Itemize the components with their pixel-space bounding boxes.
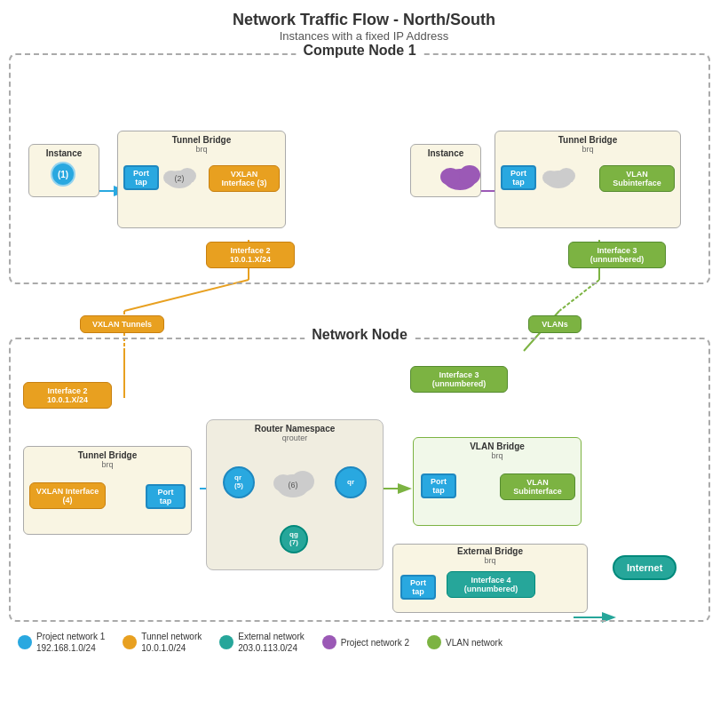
svg-text:(6): (6) (289, 481, 298, 489)
vb-sublabel: brq (414, 451, 581, 460)
vlan-bridge: VLAN Bridge brq Port tap VLAN Subinterfa… (413, 437, 582, 526)
iface2-label: Interface 2 (212, 246, 289, 255)
legend-circle-vlan (427, 635, 441, 649)
legend-text-vlan: VLAN network (446, 637, 502, 648)
badge-1: (1) (51, 162, 75, 187)
right-cloud-svg (542, 162, 575, 190)
legend-text-project2: Project network 2 (341, 637, 409, 648)
legend-item-project2: Project network 2 (322, 631, 409, 654)
legend-item-project1: Project network 1192.168.1.0/24 (18, 631, 105, 654)
left-tunnel-bridge: Tunnel Bridge brq Port tap (2) VXLAN Int… (117, 131, 286, 228)
nn-iface3-sublabel: (unnumbered) (416, 379, 502, 388)
vlan-sub-right-label: VLAN Subinterface (613, 170, 661, 187)
vxlan-interface-4: VXLAN Interface (4) (29, 482, 106, 509)
vb-title: VLAN Bridge (414, 442, 581, 451)
legend-text-external: External network203.0.113.0/24 (238, 631, 304, 654)
main-title: Network Traffic Flow - North/South (0, 11, 728, 29)
qr-right: qr (335, 466, 367, 498)
left-instance-title: Instance (35, 148, 93, 158)
ext-port-tap: Port tap (400, 575, 436, 600)
vxlan-tunnels-label: VXLAN Tunnels (80, 315, 164, 333)
legend-circle-project1 (18, 635, 32, 649)
rns-sublabel: qrouter (207, 434, 383, 442)
vlans-text: VLANs (542, 320, 568, 329)
vlan-port-tap: Port tap (421, 473, 456, 498)
legend-item-external: External network203.0.113.0/24 (219, 631, 304, 654)
internet-label: Internet (627, 562, 662, 573)
page-title: Network Traffic Flow - North/South Insta… (0, 0, 728, 43)
left-cloud-svg: (2) (162, 162, 196, 190)
right-tb-title: Tunnel Bridge (495, 135, 680, 145)
compute-node-1-box: Compute Node 1 Instance (1) Tunnel Bridg… (9, 53, 710, 284)
nn-tunnel-bridge: Tunnel Bridge brq VXLAN Interface (4) Po… (23, 446, 192, 535)
legend-circle-project2 (322, 635, 336, 649)
internet-node: Internet (613, 555, 677, 580)
right-instance-badge (439, 162, 480, 192)
vlan-sub-label: VLAN Subinterface (513, 478, 562, 496)
compute-interface-2: Interface 2 10.0.1.X/24 (206, 242, 295, 268)
svg-point-22 (459, 165, 480, 185)
nn-tb-sublabel: brq (24, 460, 191, 469)
svg-point-25 (558, 168, 575, 184)
rns-title: Router Namespace (207, 424, 383, 434)
diagram-area: Compute Node 1 Instance (1) Tunnel Bridg… (9, 53, 719, 657)
eb-sublabel: brq (393, 556, 587, 565)
left-instance-box: Instance (1) (28, 144, 99, 197)
svg-text:(2): (2) (175, 174, 185, 183)
right-instance-box: Instance (410, 144, 481, 197)
eb-title: External Bridge (393, 546, 587, 556)
vxlan-interface-3: VXLAN Interface (3) (209, 165, 280, 192)
external-bridge: External Bridge brq Port tap Interface 4… (392, 544, 588, 613)
compute-interface-3: Interface 3 (unnumbered) (568, 242, 666, 268)
nn-port-tap: Port tap (146, 484, 186, 509)
left-tb-sublabel: brq (118, 145, 285, 154)
vlans-label: VLANs (528, 315, 582, 333)
interface-4: Interface 4 (unnumbered) (447, 571, 535, 598)
nn-tb-title: Tunnel Bridge (24, 450, 191, 460)
iface3-label: Interface 3 (574, 246, 660, 255)
vlan-subinterface-right: VLAN Subinterface (599, 165, 675, 192)
badge-1-label: (1) (58, 170, 68, 179)
right-tb-sublabel: brq (495, 145, 680, 154)
nn-iface2-label: Interface 2 (29, 386, 106, 395)
legend: Project network 1192.168.1.0/24 Tunnel n… (18, 631, 728, 654)
nn-iface2-ip: 10.0.1.X/24 (29, 395, 106, 404)
network-node-label: Network Node (305, 327, 415, 343)
vlan-subinterface: VLAN Subinterface (500, 473, 575, 500)
legend-item-vlan: VLAN network (427, 631, 502, 654)
nn-interface-3: Interface 3 (unnumbered) (410, 366, 508, 393)
vxlan-3-label: VXLAN Interface (3) (221, 170, 266, 187)
right-instance-title: Instance (416, 148, 475, 158)
svg-line-5 (124, 280, 249, 311)
legend-circle-tunnel (123, 635, 137, 649)
nn-iface3-label: Interface 3 (416, 370, 502, 379)
legend-text-project1: Project network 1192.168.1.0/24 (36, 631, 105, 654)
svg-point-21 (440, 168, 460, 186)
network-node-box: Network Node Interface 2 10.0.1.X/24 Int… (9, 338, 710, 622)
left-tb-title: Tunnel Bridge (118, 135, 285, 145)
left-port-tap: Port tap (123, 165, 159, 190)
right-port-tap: Port tap (501, 165, 536, 190)
vxlan-tunnels-text: VXLAN Tunnels (92, 320, 152, 329)
legend-circle-external (219, 635, 233, 649)
qr-left: qr (5) (223, 466, 255, 498)
router-cloud: (6) (271, 463, 315, 500)
qg-box: qg (7) (280, 525, 308, 553)
vxlan-4-label: VXLAN Interface (4) (36, 487, 99, 505)
right-tunnel-bridge: Tunnel Bridge brq Port tap VLAN Subinter… (495, 131, 681, 228)
main-subtitle: Instances with a fixed IP Address (0, 29, 728, 43)
left-pt-label: Port tap (133, 169, 149, 187)
nn-interface-2: Interface 2 10.0.1.X/24 (23, 382, 112, 409)
legend-item-tunnel: Tunnel network10.0.1.0/24 (123, 631, 202, 654)
legend-text-tunnel: Tunnel network10.0.1.0/24 (141, 631, 202, 654)
iface3-sublabel: (unnumbered) (574, 255, 660, 264)
svg-line-8 (559, 280, 599, 311)
router-namespace: Router Namespace qrouter qr (5) (6) qr (206, 419, 384, 570)
svg-point-24 (542, 171, 558, 185)
iface2-ip: 10.0.1.X/24 (212, 255, 289, 264)
compute-node-1-label: Compute Node 1 (296, 43, 423, 59)
